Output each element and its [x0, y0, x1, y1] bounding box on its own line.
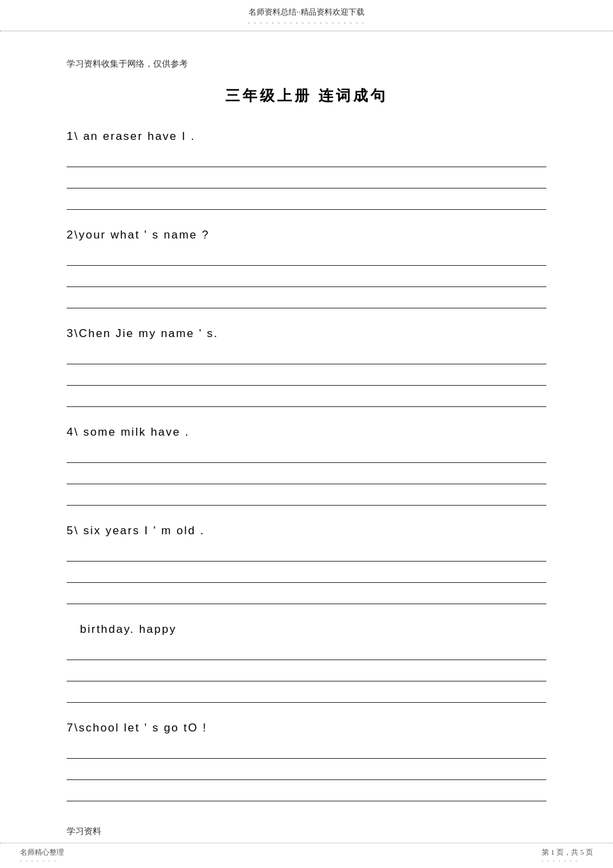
q3-text: 3\Chen Jie my name ' s.: [67, 327, 546, 340]
answer-line[interactable]: [67, 767, 546, 780]
footer-right: 第 1 页，共 5 页 · · · · · · ·: [542, 847, 593, 864]
question-block-6: birthday. happy: [67, 623, 546, 703]
q3-answer-lines: [67, 351, 546, 407]
footer-right-dots: · · · · · · ·: [542, 857, 593, 864]
header-title: 名师资料总结··精品资料欢迎下载: [249, 7, 364, 17]
q4-text: 4\ some milk have .: [67, 426, 546, 439]
footer-left-dots: · · · · · · ·: [20, 857, 64, 864]
q2-text: 2\your what ' s name ?: [67, 228, 546, 242]
notice-line: 学习资料收集于网络，仅供参考: [67, 58, 546, 70]
answer-line[interactable]: [67, 788, 546, 801]
header-dots: · · · · · · · · · · · · · · · · · · · ·: [0, 19, 613, 27]
footer-left-label: 名师精心整理: [20, 848, 64, 856]
answer-line[interactable]: [67, 274, 546, 287]
answer-line[interactable]: [67, 570, 546, 583]
answer-line[interactable]: [67, 492, 546, 506]
q5-answer-lines: [67, 548, 546, 604]
q5-text: 5\ six years I ' m old .: [67, 524, 546, 538]
q6-answer-lines: [67, 647, 546, 703]
answer-line[interactable]: [67, 668, 546, 681]
page-container: 名师资料总结··精品资料欢迎下载 · · · · · · · · · · · ·…: [0, 0, 613, 868]
question-block-3: 3\Chen Jie my name ' s.: [67, 327, 546, 407]
top-header: 名师资料总结··精品资料欢迎下载 · · · · · · · · · · · ·…: [0, 0, 613, 31]
question-block-4: 4\ some milk have .: [67, 426, 546, 506]
q4-answer-lines: [67, 450, 546, 506]
q7-text: 7\school let ' s go tO !: [67, 721, 546, 735]
answer-line[interactable]: [67, 197, 546, 210]
answer-line[interactable]: [67, 450, 546, 463]
question-block-7: 7\school let ' s go tO !: [67, 721, 546, 801]
answer-line[interactable]: [67, 745, 546, 759]
answer-line[interactable]: [67, 647, 546, 660]
q6-text: birthday. happy: [67, 623, 546, 636]
question-block-1: 1\ an eraser have I .: [67, 130, 546, 210]
answer-line[interactable]: [67, 689, 546, 703]
answer-line[interactable]: [67, 351, 546, 364]
answer-line[interactable]: [67, 372, 546, 386]
q2-answer-lines: [67, 252, 546, 308]
q1-answer-lines: [67, 154, 546, 210]
answer-line[interactable]: [67, 471, 546, 484]
question-block-5: 5\ six years I ' m old .: [67, 524, 546, 604]
main-content: 学习资料收集于网络，仅供参考 三年级上册 连词成句 1\ an eraser h…: [0, 31, 613, 868]
footer-right-label: 第 1 页，共 5 页: [542, 848, 593, 856]
answer-line[interactable]: [67, 154, 546, 167]
footer-left: 名师精心整理 · · · · · · ·: [20, 847, 64, 864]
bottom-footer: 名师精心整理 · · · · · · · 第 1 页，共 5 页 · · · ·…: [0, 843, 613, 864]
answer-line[interactable]: [67, 394, 546, 407]
answer-line[interactable]: [67, 175, 546, 189]
answer-line[interactable]: [67, 252, 546, 266]
q7-answer-lines: [67, 745, 546, 801]
answer-line[interactable]: [67, 295, 546, 308]
q1-text: 1\ an eraser have I .: [67, 130, 546, 143]
footer-note: 学习资料: [67, 825, 546, 837]
answer-line[interactable]: [67, 591, 546, 604]
page-title: 三年级上册 连词成句: [67, 86, 546, 106]
answer-line[interactable]: [67, 548, 546, 562]
question-block-2: 2\your what ' s name ?: [67, 228, 546, 308]
